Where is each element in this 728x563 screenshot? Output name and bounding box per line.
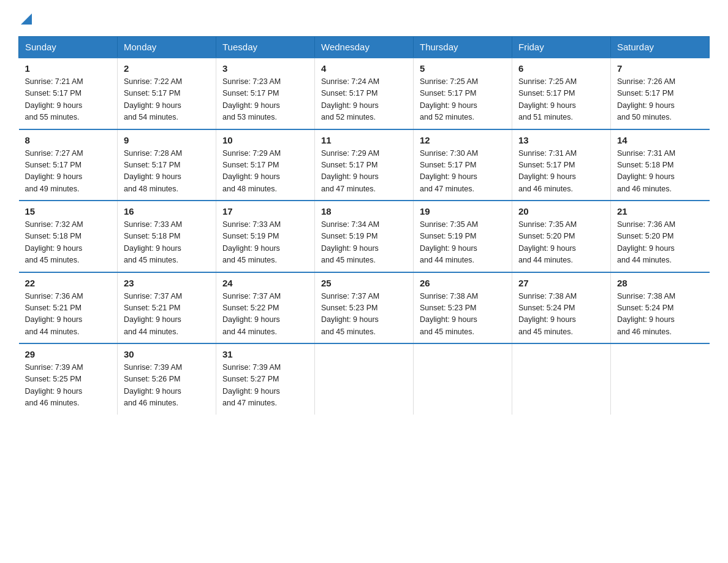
day-info: Sunrise: 7:21 AMSunset: 5:17 PMDaylight:… <box>25 77 83 121</box>
day-info: Sunrise: 7:39 AMSunset: 5:26 PMDaylight:… <box>124 363 182 407</box>
day-number: 11 <box>321 135 407 145</box>
day-number: 20 <box>518 206 604 216</box>
calendar-day-cell <box>512 343 611 415</box>
day-number: 27 <box>518 278 604 288</box>
day-info: Sunrise: 7:25 AMSunset: 5:17 PMDaylight:… <box>518 77 577 121</box>
day-number: 16 <box>124 206 210 216</box>
day-info: Sunrise: 7:33 AMSunset: 5:18 PMDaylight:… <box>124 220 182 264</box>
day-number: 28 <box>617 278 703 288</box>
calendar-day-cell: 20 Sunrise: 7:35 AMSunset: 5:20 PMDaylig… <box>512 201 611 272</box>
day-info: Sunrise: 7:22 AMSunset: 5:17 PMDaylight:… <box>124 77 182 121</box>
day-number: 19 <box>420 206 506 216</box>
calendar-week-row: 15 Sunrise: 7:32 AMSunset: 5:18 PMDaylig… <box>19 201 710 272</box>
day-info: Sunrise: 7:38 AMSunset: 5:24 PMDaylight:… <box>617 292 675 336</box>
calendar-table: Sunday Monday Tuesday Wednesday Thursday… <box>18 36 710 415</box>
calendar-day-cell: 29 Sunrise: 7:39 AMSunset: 5:25 PMDaylig… <box>19 343 118 415</box>
day-number: 26 <box>420 278 506 288</box>
calendar-day-cell: 18 Sunrise: 7:34 AMSunset: 5:19 PMDaylig… <box>315 201 414 272</box>
calendar-day-cell: 10 Sunrise: 7:29 AMSunset: 5:17 PMDaylig… <box>216 129 315 201</box>
calendar-day-cell: 30 Sunrise: 7:39 AMSunset: 5:26 PMDaylig… <box>118 343 216 415</box>
day-number: 25 <box>321 278 407 288</box>
day-number: 31 <box>222 349 308 359</box>
day-number: 3 <box>222 63 308 74</box>
calendar-day-cell: 17 Sunrise: 7:33 AMSunset: 5:19 PMDaylig… <box>216 201 315 272</box>
col-sunday: Sunday <box>19 37 118 58</box>
day-info: Sunrise: 7:26 AMSunset: 5:17 PMDaylight:… <box>617 77 675 121</box>
calendar-week-row: 8 Sunrise: 7:27 AMSunset: 5:17 PMDayligh… <box>19 129 710 201</box>
page-header <box>18 12 710 26</box>
svg-marker-0 <box>21 13 32 25</box>
day-number: 23 <box>124 278 210 288</box>
calendar-day-cell: 28 Sunrise: 7:38 AMSunset: 5:24 PMDaylig… <box>611 272 710 344</box>
day-number: 29 <box>25 349 112 359</box>
day-info: Sunrise: 7:36 AMSunset: 5:20 PMDaylight:… <box>617 220 675 264</box>
calendar-day-cell: 19 Sunrise: 7:35 AMSunset: 5:19 PMDaylig… <box>414 201 512 272</box>
calendar-day-cell: 5 Sunrise: 7:25 AMSunset: 5:17 PMDayligh… <box>414 58 512 129</box>
day-number: 4 <box>321 63 407 74</box>
day-number: 22 <box>25 278 112 288</box>
calendar-day-cell: 24 Sunrise: 7:37 AMSunset: 5:22 PMDaylig… <box>216 272 315 344</box>
day-number: 17 <box>222 206 308 216</box>
col-friday: Friday <box>512 37 611 58</box>
day-info: Sunrise: 7:32 AMSunset: 5:18 PMDaylight:… <box>25 220 83 264</box>
day-info: Sunrise: 7:37 AMSunset: 5:22 PMDaylight:… <box>222 292 281 336</box>
calendar-day-cell: 22 Sunrise: 7:36 AMSunset: 5:21 PMDaylig… <box>19 272 118 344</box>
calendar-day-cell: 23 Sunrise: 7:37 AMSunset: 5:21 PMDaylig… <box>118 272 216 344</box>
day-info: Sunrise: 7:39 AMSunset: 5:25 PMDaylight:… <box>25 363 83 407</box>
logo-triangle-icon <box>21 13 32 25</box>
calendar-day-cell: 8 Sunrise: 7:27 AMSunset: 5:17 PMDayligh… <box>19 129 118 201</box>
day-number: 18 <box>321 206 407 216</box>
day-info: Sunrise: 7:25 AMSunset: 5:17 PMDaylight:… <box>420 77 478 121</box>
day-number: 12 <box>420 135 506 145</box>
calendar-day-cell: 25 Sunrise: 7:37 AMSunset: 5:23 PMDaylig… <box>315 272 414 344</box>
day-info: Sunrise: 7:38 AMSunset: 5:23 PMDaylight:… <box>420 292 478 336</box>
day-number: 7 <box>617 63 703 74</box>
day-info: Sunrise: 7:29 AMSunset: 5:17 PMDaylight:… <box>222 149 281 193</box>
day-number: 6 <box>518 63 604 74</box>
calendar-day-cell: 12 Sunrise: 7:30 AMSunset: 5:17 PMDaylig… <box>414 129 512 201</box>
calendar-week-row: 22 Sunrise: 7:36 AMSunset: 5:21 PMDaylig… <box>19 272 710 344</box>
day-number: 24 <box>222 278 308 288</box>
day-info: Sunrise: 7:37 AMSunset: 5:23 PMDaylight:… <box>321 292 379 336</box>
col-saturday: Saturday <box>611 37 710 58</box>
calendar-day-cell: 6 Sunrise: 7:25 AMSunset: 5:17 PMDayligh… <box>512 58 611 129</box>
day-number: 21 <box>617 206 703 216</box>
day-number: 14 <box>617 135 703 145</box>
col-tuesday: Tuesday <box>216 37 315 58</box>
calendar-day-cell <box>611 343 710 415</box>
day-info: Sunrise: 7:36 AMSunset: 5:21 PMDaylight:… <box>25 292 83 336</box>
calendar-day-cell <box>414 343 512 415</box>
calendar-day-cell: 15 Sunrise: 7:32 AMSunset: 5:18 PMDaylig… <box>19 201 118 272</box>
calendar-day-cell: 26 Sunrise: 7:38 AMSunset: 5:23 PMDaylig… <box>414 272 512 344</box>
day-number: 13 <box>518 135 604 145</box>
day-number: 2 <box>124 63 210 74</box>
day-info: Sunrise: 7:39 AMSunset: 5:27 PMDaylight:… <box>222 363 281 407</box>
calendar-day-cell: 13 Sunrise: 7:31 AMSunset: 5:17 PMDaylig… <box>512 129 611 201</box>
col-monday: Monday <box>118 37 216 58</box>
day-number: 15 <box>25 206 112 216</box>
calendar-day-cell: 4 Sunrise: 7:24 AMSunset: 5:17 PMDayligh… <box>315 58 414 129</box>
day-number: 10 <box>222 135 308 145</box>
day-info: Sunrise: 7:30 AMSunset: 5:17 PMDaylight:… <box>420 149 478 193</box>
calendar-day-cell: 1 Sunrise: 7:21 AMSunset: 5:17 PMDayligh… <box>19 58 118 129</box>
calendar-day-cell: 9 Sunrise: 7:28 AMSunset: 5:17 PMDayligh… <box>118 129 216 201</box>
logo <box>18 12 32 26</box>
calendar-week-row: 1 Sunrise: 7:21 AMSunset: 5:17 PMDayligh… <box>19 58 710 129</box>
day-info: Sunrise: 7:33 AMSunset: 5:19 PMDaylight:… <box>222 220 281 264</box>
day-info: Sunrise: 7:27 AMSunset: 5:17 PMDaylight:… <box>25 149 83 193</box>
day-info: Sunrise: 7:35 AMSunset: 5:19 PMDaylight:… <box>420 220 478 264</box>
calendar-day-cell: 27 Sunrise: 7:38 AMSunset: 5:24 PMDaylig… <box>512 272 611 344</box>
day-number: 8 <box>25 135 112 145</box>
day-number: 30 <box>124 349 210 359</box>
col-thursday: Thursday <box>414 37 512 58</box>
calendar-day-cell: 3 Sunrise: 7:23 AMSunset: 5:17 PMDayligh… <box>216 58 315 129</box>
col-wednesday: Wednesday <box>315 37 414 58</box>
day-info: Sunrise: 7:31 AMSunset: 5:18 PMDaylight:… <box>617 149 675 193</box>
calendar-day-cell: 31 Sunrise: 7:39 AMSunset: 5:27 PMDaylig… <box>216 343 315 415</box>
day-info: Sunrise: 7:31 AMSunset: 5:17 PMDaylight:… <box>518 149 577 193</box>
day-info: Sunrise: 7:29 AMSunset: 5:17 PMDaylight:… <box>321 149 379 193</box>
day-info: Sunrise: 7:34 AMSunset: 5:19 PMDaylight:… <box>321 220 379 264</box>
calendar-day-cell: 2 Sunrise: 7:22 AMSunset: 5:17 PMDayligh… <box>118 58 216 129</box>
calendar-week-row: 29 Sunrise: 7:39 AMSunset: 5:25 PMDaylig… <box>19 343 710 415</box>
day-info: Sunrise: 7:28 AMSunset: 5:17 PMDaylight:… <box>124 149 182 193</box>
